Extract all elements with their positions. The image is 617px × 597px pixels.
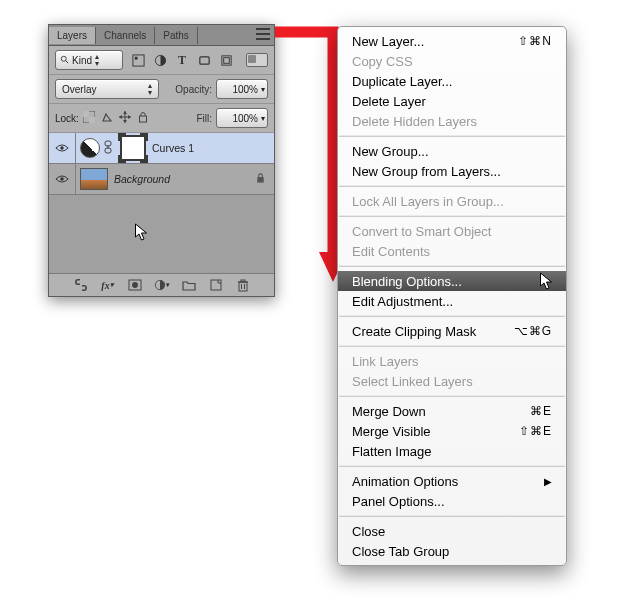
menu-link-layers: Link Layers: [338, 351, 566, 371]
menu-flatten-image[interactable]: Flatten Image: [338, 441, 566, 461]
annotation-arrow: [275, 26, 345, 284]
filter-row: Kind ▴▾ T: [49, 46, 274, 75]
chevron-down-icon: ▾: [261, 85, 265, 94]
svg-rect-28: [239, 282, 247, 291]
svg-rect-7: [223, 57, 229, 63]
menu-delete-layer[interactable]: Delete Layer: [338, 91, 566, 111]
menu-edit-adjustment[interactable]: Edit Adjustment...: [338, 291, 566, 311]
mask-link-icon[interactable]: [102, 140, 114, 156]
menu-merge-visible[interactable]: Merge Visible⇧⌘E: [338, 421, 566, 441]
svg-rect-5: [199, 56, 208, 63]
opacity-label: Opacity:: [175, 84, 212, 95]
menu-delete-hidden: Delete Hidden Layers: [338, 111, 566, 131]
visibility-icon[interactable]: [53, 174, 71, 184]
menu-panel-options[interactable]: Panel Options...: [338, 491, 566, 511]
tab-channels[interactable]: Channels: [96, 27, 155, 44]
svg-rect-9: [83, 111, 89, 117]
lock-position-icon[interactable]: [119, 111, 131, 125]
svg-rect-27: [211, 280, 221, 290]
svg-marker-16: [128, 115, 131, 119]
chevron-updown-icon: ▴▾: [148, 82, 152, 96]
menu-separator: [339, 395, 565, 397]
fill-label: Fill:: [196, 113, 212, 124]
chevron-down-icon: ▾: [261, 114, 265, 123]
layer-thumbnail: [80, 168, 108, 190]
menu-separator: [339, 315, 565, 317]
menu-convert-smart-object: Convert to Smart Object: [338, 221, 566, 241]
layer-empty-area[interactable]: [49, 195, 274, 273]
lock-label: Lock:: [55, 113, 79, 124]
search-icon: [60, 55, 70, 65]
layer-row[interactable]: Background: [49, 164, 274, 195]
menu-separator: [339, 185, 565, 187]
fill-field[interactable]: 100% ▾: [216, 108, 268, 128]
layers-panel: Layers Channels Paths Kind ▴▾ T Overlay …: [48, 24, 275, 297]
menu-copy-css: Copy CSS: [338, 51, 566, 71]
layer-list: Curves 1 Background: [49, 133, 274, 273]
fx-button[interactable]: fx▾: [100, 277, 116, 293]
tab-layers[interactable]: Layers: [49, 27, 96, 44]
menu-close[interactable]: Close: [338, 521, 566, 541]
menu-separator: [339, 135, 565, 137]
menu-create-clipping-mask[interactable]: Create Clipping Mask⌥⌘G: [338, 321, 566, 341]
layer-name: Curves 1: [152, 142, 194, 154]
menu-separator: [339, 515, 565, 517]
chevron-updown-icon: ▴▾: [95, 53, 99, 67]
svg-rect-17: [139, 116, 146, 122]
lock-all-icon[interactable]: [137, 111, 149, 125]
menu-separator: [339, 215, 565, 217]
blend-row: Overlay ▴▾ Opacity: 100% ▾: [49, 75, 274, 104]
svg-point-25: [132, 282, 138, 288]
svg-point-18: [60, 146, 64, 150]
menu-select-linked: Select Linked Layers: [338, 371, 566, 391]
menu-animation-options[interactable]: Animation Options▶: [338, 471, 566, 491]
new-layer-button[interactable]: [208, 277, 224, 293]
menu-new-group[interactable]: New Group...: [338, 141, 566, 161]
blend-mode-dropdown[interactable]: Overlay ▴▾: [55, 79, 159, 99]
layer-mask[interactable]: [120, 135, 146, 161]
filter-kind-dropdown[interactable]: Kind ▴▾: [55, 50, 123, 70]
svg-marker-13: [123, 111, 127, 114]
visibility-icon[interactable]: [53, 143, 71, 153]
cursor-icon: [539, 272, 554, 292]
opacity-field[interactable]: 100% ▾: [216, 79, 268, 99]
menu-duplicate-layer[interactable]: Duplicate Layer...: [338, 71, 566, 91]
menu-separator: [339, 265, 565, 267]
svg-marker-14: [123, 120, 127, 123]
layer-row[interactable]: Curves 1: [49, 133, 274, 164]
menu-blending-options[interactable]: Blending Options...: [338, 271, 566, 291]
panel-menu-icon[interactable]: [256, 28, 270, 40]
menu-new-group-from-layers[interactable]: New Group from Layers...: [338, 161, 566, 181]
submenu-arrow-icon: ▶: [544, 476, 552, 487]
filter-kind-label: Kind: [72, 55, 92, 66]
lock-pixels-icon[interactable]: [101, 111, 113, 125]
menu-new-layer[interactable]: New Layer...⇧⌘N: [338, 31, 566, 51]
svg-point-0: [61, 56, 66, 61]
delete-layer-button[interactable]: [235, 277, 251, 293]
menu-merge-down[interactable]: Merge Down⌘E: [338, 401, 566, 421]
link-layers-button[interactable]: [73, 277, 89, 293]
panel-tabs: Layers Channels Paths: [49, 25, 274, 46]
menu-close-tab-group[interactable]: Close Tab Group: [338, 541, 566, 561]
filter-shape-icon[interactable]: [197, 53, 211, 67]
blend-mode-value: Overlay: [62, 84, 96, 95]
svg-point-22: [60, 177, 64, 181]
add-mask-button[interactable]: [127, 277, 143, 293]
new-adjustment-button[interactable]: ▾: [154, 277, 170, 293]
menu-separator: [339, 465, 565, 467]
svg-line-1: [66, 61, 69, 64]
filter-adjustment-icon[interactable]: [153, 53, 167, 67]
filter-toggle[interactable]: [246, 53, 268, 67]
tab-paths[interactable]: Paths: [155, 27, 198, 44]
svg-rect-23: [257, 177, 263, 183]
lock-transparent-icon[interactable]: [83, 111, 95, 125]
filter-pixel-icon[interactable]: [131, 53, 145, 67]
menu-edit-contents: Edit Contents: [338, 241, 566, 261]
filter-type-icon[interactable]: T: [175, 53, 189, 67]
svg-rect-10: [89, 117, 95, 123]
layer-name: Background: [114, 173, 170, 185]
filter-smart-icon[interactable]: [219, 53, 233, 67]
svg-rect-2: [132, 54, 143, 65]
menu-separator: [339, 345, 565, 347]
new-group-button[interactable]: [181, 277, 197, 293]
